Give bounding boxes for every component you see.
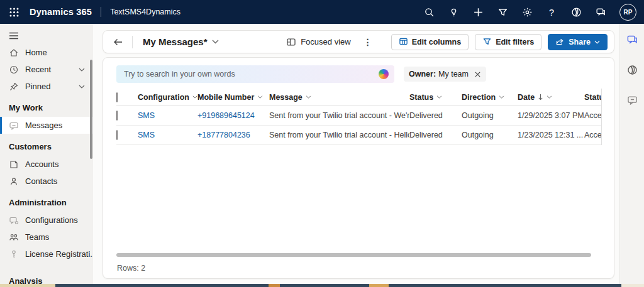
sidebar-item-license-registration[interactable]: License Registrati... [0,246,93,263]
feedback-chat-icon[interactable] [595,6,606,18]
sidebar-item-recent[interactable]: Recent [0,61,93,78]
search-input[interactable] [124,70,379,79]
select-all-checkbox[interactable] [116,92,118,102]
owner-filter-tag[interactable]: Owner: My team [404,67,486,82]
smart-search-box[interactable] [116,65,394,83]
sidebar-item-label: Pinned [25,82,50,91]
sidebar-item-label: Contacts [25,176,57,186]
mobile-number-link[interactable]: +919689645124 [197,111,269,120]
search-icon[interactable] [423,6,435,18]
sidebar-item-messages[interactable]: Messages [0,117,93,134]
column-header-message[interactable]: Message [269,93,409,102]
share-label: Share [569,38,591,46]
column-label: Status [409,93,433,102]
sidebar-item-home[interactable]: Home [0,44,93,61]
column-header-configuration[interactable]: Configuration [138,93,197,102]
chevron-down-icon [212,40,219,44]
column-header-status-reason[interactable]: Status [584,93,602,102]
configuration-icon [9,215,19,225]
sidebar-item-teams[interactable]: Teams [0,229,93,246]
status-reason-cell: Accepted [584,131,602,139]
plus-icon[interactable] [472,6,484,18]
focused-view-button[interactable]: Focused view [286,37,350,47]
chevron-down-icon [547,95,552,99]
share-button[interactable]: Share [548,34,608,50]
status-reason-cell: Accepted [584,111,602,120]
taskbar-segment [55,284,269,287]
pin-icon [9,82,19,92]
sidebar-section-my-work: My Work [0,95,93,117]
license-key-icon [9,249,19,259]
column-header-status[interactable]: Status [409,93,462,102]
table-header-row: Configuration Mobile Number Message Stat… [116,89,602,106]
main-area: My Messages* Focused view ⋮ Edit columns [93,24,619,284]
command-bar: My Messages* Focused view ⋮ Edit columns [103,30,614,53]
message-cell: Sent from your Twilio trial account - He… [269,131,409,139]
table-row[interactable]: SMS +18777804236 Sent from your Twilio t… [116,126,602,145]
sidebar-item-accounts[interactable]: Accounts [0,156,93,173]
sidebar-item-label: Accounts [25,160,58,169]
app-subtitle[interactable]: TextSMS4Dynamics [110,8,180,16]
filter-icon[interactable] [497,6,508,18]
mobile-number-link[interactable]: +18777804236 [197,131,269,139]
left-sidebar: Home Recent Pinned My Work Messa [0,24,93,284]
app-title[interactable]: Dynamics 365 [30,7,92,17]
table-row[interactable]: SMS +919689645124 Sent from your Twilio … [116,106,602,126]
row-count: Rows: 2 [103,257,614,278]
taskbar-segment [269,284,280,287]
grid-toolbar: Owner: My team [103,58,614,89]
column-header-mobile-number[interactable]: Mobile Number [197,93,269,102]
grid-empty-space [103,145,614,253]
taskbar-segment [369,284,389,287]
sidebar-item-label: Recent [25,65,51,74]
message-cell: Sent from your Twilio trial account - We… [269,111,409,120]
close-icon[interactable] [474,71,481,78]
taskbar-segment [280,284,369,287]
edit-filters-label: Edit filters [496,38,534,46]
conversations-pane-icon[interactable] [626,34,638,46]
gear-icon[interactable] [521,6,533,18]
copilot-pane-icon[interactable] [626,64,638,76]
chevron-down-icon[interactable] [79,68,85,72]
sidebar-section-administration: Administration [0,190,93,212]
edit-columns-button[interactable]: Edit columns [391,34,469,50]
date-cell: 1/23/2025 12:31 ... [518,131,584,139]
right-side-rail [619,24,644,284]
direction-cell: Outgoing [462,131,518,139]
sidebar-item-contacts[interactable]: Contacts [0,173,93,190]
sitemap-collapse-icon[interactable] [0,24,93,44]
edit-filters-icon [482,37,492,46]
edit-columns-icon [399,37,408,46]
copilot-apps-icon[interactable] [570,6,582,18]
row-checkbox[interactable] [116,130,118,140]
user-avatar[interactable]: RP [619,4,636,21]
comments-pane-icon[interactable] [626,94,638,106]
column-header-direction[interactable]: Direction [462,93,518,102]
more-commands-button[interactable]: ⋮ [361,37,375,47]
chevron-down-icon [306,95,311,99]
taskbar-segment [389,284,621,287]
sidebar-scrollbar[interactable] [90,60,92,159]
chevron-down-icon [436,95,442,99]
lightbulb-icon[interactable] [448,6,459,18]
chevron-down-icon[interactable] [79,85,85,89]
configuration-link[interactable]: SMS [138,111,197,120]
status-cell: Delivered [409,111,462,120]
sidebar-item-label: Configurations [25,215,78,225]
row-checkbox[interactable] [116,111,118,121]
edit-filters-button[interactable]: Edit filters [475,34,541,50]
view-selector[interactable]: My Messages* [143,36,219,47]
configuration-link[interactable]: SMS [138,131,197,139]
column-label: Message [269,93,303,102]
column-header-date[interactable]: Date [518,93,584,102]
help-icon[interactable]: ? [546,6,557,18]
taskbar-segment [621,284,644,287]
back-button[interactable] [103,38,132,46]
clock-icon [9,65,19,75]
sidebar-item-configurations[interactable]: Configurations [0,212,93,229]
column-label: Status [584,93,602,102]
chevron-down-icon [499,95,504,99]
waffle-menu-icon[interactable] [9,8,19,17]
copilot-icon[interactable] [379,69,389,79]
sidebar-item-pinned[interactable]: Pinned [0,78,93,95]
